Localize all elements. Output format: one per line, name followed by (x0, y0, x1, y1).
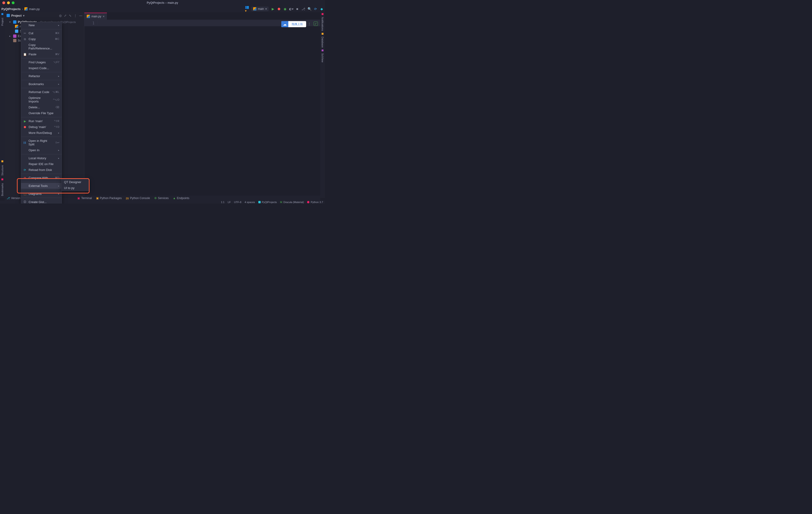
github-icon: ⓖ (23, 200, 27, 203)
chevron-right-icon: ▸ (58, 149, 59, 151)
menu-compare-with[interactable]: ⧉Compare With...⌘D (21, 175, 62, 181)
python-file-icon (253, 7, 256, 10)
maximize-window-button[interactable] (12, 1, 14, 4)
project-panel-header: Project ▾ ◎ ⤢ ⤡ ⋮ — (5, 12, 84, 19)
expand-icon[interactable]: ⤢ (64, 14, 66, 17)
close-window-button[interactable] (2, 1, 5, 4)
menu-diagrams[interactable]: ⬚Diagrams▸ (21, 191, 62, 197)
btn-services[interactable]: ⚙Services (154, 197, 169, 200)
menu-reload-disk[interactable]: ⟳Reload from Disk (21, 167, 62, 173)
breadcrumb-project[interactable]: PyQtProjects (1, 7, 21, 11)
packages-icon: ▣ (96, 197, 99, 200)
menu-external-tools[interactable]: External Tools▸ (21, 183, 62, 189)
breadcrumb: PyQtProjects › main.py (1, 7, 40, 11)
run-coverage-icon[interactable]: ◉ (283, 7, 287, 11)
editor-tab-main[interactable]: main.py × (84, 13, 107, 20)
structure-tab-icon[interactable] (1, 161, 3, 162)
run-config-name: main (258, 7, 264, 10)
sync-icon[interactable]: ⟳ (314, 7, 317, 11)
more-icon[interactable]: ⋮ (308, 22, 311, 26)
upload-widget[interactable]: ☁ 拖拽上传 (281, 21, 306, 27)
bookmarks-tab-icon[interactable] (1, 178, 3, 180)
btn-python-packages[interactable]: ▣Python Packages (96, 197, 122, 200)
menu-inspect-code[interactable]: Inspect Code... (21, 65, 62, 71)
run-config-selector[interactable]: main ▾ (251, 6, 269, 11)
editor-body[interactable]: 1 ☁ 拖拽上传 ⋮ ✓ (84, 20, 320, 198)
breadcrumb-file[interactable]: main.py (29, 7, 40, 11)
btn-python-console[interactable]: pyPython Console (126, 197, 150, 200)
status-project[interactable]: PyQtProjects (258, 201, 277, 203)
chevron-right-icon[interactable]: ▸ (9, 35, 12, 37)
search-icon[interactable]: 🔍 (308, 7, 311, 11)
menu-refactor[interactable]: Refactor▸ (21, 73, 62, 79)
status-theme[interactable]: MDracula (Material) (280, 201, 304, 203)
notifications-tab-icon[interactable] (322, 13, 323, 15)
python-file-icon (24, 7, 28, 10)
menu-optimize-imports[interactable]: Optimize Imports^⌥O (21, 95, 62, 104)
menu-open-right-split[interactable]: ⫿⫿Open in Right Split⇧↩ (21, 138, 62, 147)
target-icon[interactable]: ◎ (59, 14, 62, 17)
menu-debug-main[interactable]: ⬢Debug 'main'^⇧D (21, 124, 62, 130)
collapse-icon[interactable]: ⤡ (69, 14, 71, 17)
menu-run-main[interactable]: ▶Run 'main'^⇧R (21, 118, 62, 124)
profile-icon[interactable]: ◐▾ (289, 7, 293, 11)
run-icon[interactable]: ▶ (271, 7, 275, 11)
chevron-down-icon[interactable]: ▾ (9, 21, 12, 23)
menu-copy-path[interactable]: Copy Path/Reference... (21, 42, 62, 51)
menu-reformat-code[interactable]: Reformat Code⌥⌘L (21, 89, 62, 95)
debug-icon[interactable]: ⬢ (277, 7, 281, 11)
settings-icon[interactable]: ◆ (320, 7, 323, 11)
folder-icon (13, 20, 17, 24)
copy-icon: ⧉ (23, 37, 27, 41)
chevron-down-icon[interactable]: ▾ (23, 14, 25, 17)
window-title: PyQtProjects – main.py (147, 1, 178, 4)
menu-copy[interactable]: ⧉Copy⌘C (21, 36, 62, 42)
inspection-ok-icon[interactable]: ✓ (314, 22, 318, 26)
status-encoding[interactable]: UTF-8 (234, 201, 241, 203)
chevron-right-icon: ▸ (58, 132, 59, 134)
status-python[interactable]: Python 3.7 (307, 201, 323, 203)
git-icon[interactable]: ⎇ (301, 7, 305, 11)
btn-terminal[interactable]: ▣Terminal (77, 197, 92, 200)
menu-override-file-type[interactable]: Override File Type (21, 110, 62, 116)
sciview-tab-icon[interactable] (322, 50, 323, 51)
structure-tab[interactable]: Structure (0, 163, 4, 177)
user-icon[interactable]: 👥▾ (245, 7, 249, 11)
stop-icon[interactable]: ■ (295, 7, 299, 11)
notifications-tab[interactable]: Notifications (321, 16, 324, 32)
scratches-icon (13, 39, 17, 42)
menu-find-usages[interactable]: Find Usages⌥F7 (21, 59, 62, 65)
menu-more-run-debug[interactable]: More Run/Debug▸ (21, 130, 62, 136)
menu-repair-ide[interactable]: Repair IDE on File (21, 161, 62, 167)
paste-icon: 📋 (23, 53, 27, 56)
menu-open-in[interactable]: Open In▸ (21, 147, 62, 153)
close-icon[interactable]: × (103, 15, 105, 18)
hide-icon[interactable]: — (79, 14, 82, 17)
minimize-window-button[interactable] (7, 1, 10, 4)
status-indent[interactable]: 4 spaces (245, 201, 255, 203)
project-tab[interactable]: Project (0, 16, 4, 28)
menu-new[interactable]: New▸ (21, 22, 62, 28)
window-controls (0, 1, 14, 4)
menu-bookmarks[interactable]: Bookmarks▸ (21, 81, 62, 87)
submenu-qt-designer[interactable]: QT Designer (62, 179, 89, 185)
theme-icon: M (280, 201, 282, 203)
menu-create-gist[interactable]: ⓖCreate Gist... (21, 199, 62, 203)
status-position[interactable]: 1:1 (221, 201, 224, 203)
database-tab-icon[interactable] (322, 33, 323, 35)
sciview-tab[interactable]: SciView (321, 52, 324, 64)
project-tab-icon[interactable] (1, 13, 3, 15)
chevron-right-icon: ▸ (58, 157, 59, 160)
status-line-ending[interactable]: LF (228, 201, 231, 203)
btn-endpoints[interactable]: ▲Endpoints (173, 197, 190, 200)
menu-paste[interactable]: 📋Paste⌘V (21, 51, 62, 57)
run-icon: ▶ (23, 120, 27, 123)
menu-local-history[interactable]: Local History▸ (21, 155, 62, 161)
menu-delete[interactable]: Delete...⌫ (21, 104, 62, 110)
database-tab[interactable]: Database (321, 35, 324, 49)
python-file-icon (87, 15, 90, 18)
submenu-ui-to-py[interactable]: UI to py (62, 185, 89, 191)
more-icon[interactable]: ⋮ (74, 14, 77, 17)
menu-cut[interactable]: ✂Cut⌘X (21, 30, 62, 36)
bookmarks-tab[interactable]: Bookmarks (0, 181, 4, 198)
